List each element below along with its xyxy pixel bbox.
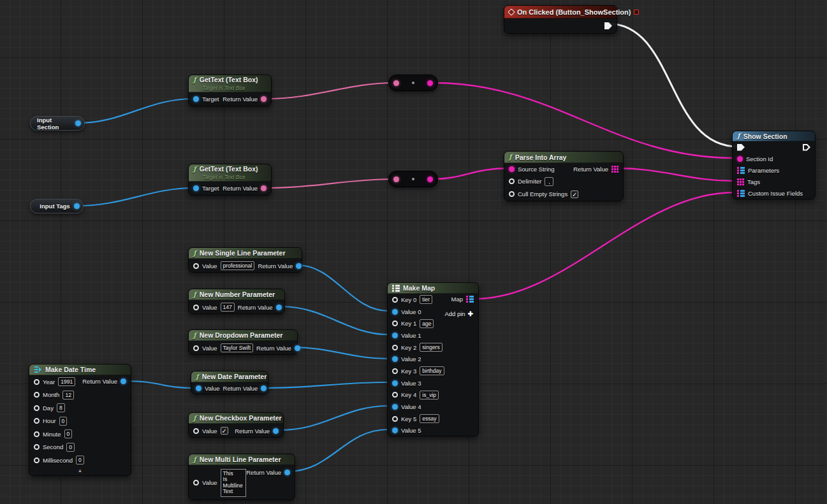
- month-pin[interactable]: [34, 392, 40, 398]
- return-value-pin[interactable]: [261, 385, 267, 391]
- node-show-section[interactable]: ƒ Show Section Section Id Parameters Tag…: [732, 131, 816, 199]
- node-gettext-tags[interactable]: ƒ GetText (Text Box) Target is Text Box …: [188, 164, 272, 196]
- custom-issue-fields-map-pin[interactable]: [737, 190, 745, 197]
- map-out-pin[interactable]: [466, 296, 474, 303]
- add-pin-label: Add pin: [444, 310, 465, 317]
- node-new-single-line-parameter[interactable]: ƒ New Single Line Parameter Valueprofess…: [188, 247, 302, 273]
- key-0-pin[interactable]: [392, 297, 398, 303]
- millisecond-pin[interactable]: [34, 457, 40, 463]
- collapse-node-arrow[interactable]: ▲: [29, 468, 131, 474]
- conversion-node-text-to-string-bottom[interactable]: [388, 171, 438, 187]
- minute-pin[interactable]: [34, 431, 40, 437]
- node-input-tags-variable[interactable]: Input Tags: [30, 199, 84, 213]
- key-2-pin[interactable]: [392, 345, 398, 350]
- conversion-in-pin[interactable]: [393, 80, 399, 86]
- node-new-number-parameter[interactable]: ƒ New Number Parameter Value147 Return V…: [188, 289, 285, 314]
- key-5-pin[interactable]: [392, 416, 398, 422]
- key-4-pin[interactable]: [392, 392, 398, 398]
- node-gettext-section[interactable]: ƒ GetText (Text Box) Target is Text Box …: [188, 75, 272, 106]
- value-field[interactable]: professional: [221, 261, 255, 270]
- minute-field[interactable]: 0: [64, 429, 73, 438]
- node-new-dropdown-parameter[interactable]: ƒ New Dropdown Parameter ValueTaylor Swi…: [188, 329, 298, 355]
- cull-empty-strings-pin[interactable]: [509, 191, 515, 197]
- value-field[interactable]: Taylor Swift: [221, 343, 253, 352]
- value-pin[interactable]: [193, 345, 199, 351]
- variable-out-pin[interactable]: [74, 203, 80, 209]
- month-field[interactable]: 12: [62, 391, 73, 400]
- return-value-pin[interactable]: [121, 378, 126, 384]
- value-5-pin[interactable]: [392, 428, 398, 433]
- second-field[interactable]: 0: [66, 443, 75, 452]
- tags-array-pin[interactable]: [737, 178, 744, 185]
- return-value-pin[interactable]: [261, 185, 267, 191]
- exec-out-pin[interactable]: [803, 144, 810, 151]
- value-3-pin[interactable]: [392, 380, 398, 386]
- conversion-in-pin[interactable]: [393, 176, 399, 182]
- year-pin[interactable]: [34, 379, 40, 385]
- value-pin[interactable]: [193, 428, 199, 434]
- year-field[interactable]: 1991: [58, 377, 75, 386]
- key-0-field[interactable]: tier: [420, 295, 432, 304]
- day-pin[interactable]: [34, 405, 40, 411]
- node-on-clicked-event[interactable]: On Clicked (Button_ShowSection): [504, 5, 617, 34]
- day-field[interactable]: 8: [57, 403, 65, 412]
- key-3-field[interactable]: birthday: [420, 366, 444, 375]
- key-1-pin[interactable]: [392, 320, 398, 326]
- key-4-field[interactable]: is_vip: [420, 391, 439, 400]
- exec-in-pin[interactable]: [737, 144, 745, 151]
- return-value-pin[interactable]: [261, 96, 267, 102]
- node-parse-into-array[interactable]: ƒ Parse Into Array Source String Return …: [504, 151, 624, 201]
- key-3-pin[interactable]: [392, 368, 398, 374]
- value-2-pin[interactable]: [392, 356, 398, 362]
- node-make-map[interactable]: Make Map Key 0tier Value 0 Key 1age Valu…: [387, 282, 479, 436]
- parameters-map-pin[interactable]: [737, 167, 745, 174]
- node-new-checkbox-parameter[interactable]: ƒ New Checkbox Parameter Value✓ Return V…: [188, 412, 284, 438]
- return-value-pin[interactable]: [284, 470, 290, 475]
- value-multiline-field[interactable]: This Is Multiline Text: [221, 469, 246, 497]
- pin-label: Value: [202, 428, 217, 435]
- object-wire-value4: [280, 406, 388, 430]
- return-value-pin[interactable]: [296, 263, 302, 269]
- value-pin[interactable]: [193, 263, 199, 269]
- conversion-out-pin[interactable]: [427, 176, 433, 182]
- hour-field[interactable]: 0: [59, 417, 68, 426]
- return-value-pin[interactable]: [276, 305, 282, 310]
- value-pin[interactable]: [196, 385, 201, 391]
- key-1-field[interactable]: age: [420, 319, 434, 328]
- second-pin[interactable]: [34, 444, 40, 450]
- target-pin[interactable]: [193, 185, 199, 191]
- value-4-pin[interactable]: [392, 404, 398, 410]
- key-5-field[interactable]: essay: [420, 414, 439, 423]
- value-pin[interactable]: [193, 305, 199, 310]
- target-pin[interactable]: [193, 96, 199, 102]
- exec-out-pin[interactable]: [604, 22, 612, 29]
- value-0-pin[interactable]: [392, 309, 398, 315]
- delimiter-field[interactable]: ,: [545, 177, 553, 186]
- return-value-pin[interactable]: [295, 345, 300, 351]
- pin-label: Parameters: [748, 167, 779, 174]
- array-pin[interactable]: [611, 166, 618, 173]
- conversion-node-text-to-string-top[interactable]: [388, 75, 438, 91]
- conversion-out-pin[interactable]: [427, 80, 433, 86]
- section-id-pin[interactable]: [737, 156, 743, 162]
- node-input-section-variable[interactable]: Input Section: [30, 116, 85, 131]
- variable-out-pin[interactable]: [75, 120, 81, 126]
- value-pin[interactable]: [193, 480, 199, 486]
- millisecond-field[interactable]: 0: [76, 456, 84, 464]
- node-make-date-time[interactable]: Make Date Time Year1991 Month12 Day8 Hou…: [29, 364, 131, 476]
- value-field[interactable]: 147: [221, 303, 235, 312]
- delegate-pin[interactable]: [634, 10, 639, 15]
- node-new-multi-line-parameter[interactable]: ƒ New Multi Line Parameter Value This Is…: [188, 454, 295, 500]
- add-pin-button[interactable]: Add pin ✚: [444, 310, 473, 317]
- cull-empty-strings-checkbox[interactable]: ✓: [571, 191, 578, 198]
- source-string-pin[interactable]: [509, 166, 515, 172]
- key-2-field[interactable]: singers: [420, 343, 442, 352]
- value-1-pin[interactable]: [392, 333, 398, 338]
- delimiter-pin[interactable]: [509, 178, 515, 184]
- pin-label: Key 0: [401, 296, 416, 303]
- return-value-pin[interactable]: [273, 428, 279, 434]
- value-checkbox[interactable]: ✓: [221, 427, 228, 435]
- hour-pin[interactable]: [34, 418, 40, 424]
- blueprint-graph-canvas[interactable]: On Clicked (Button_ShowSection) ƒ GetTex…: [0, 0, 827, 504]
- node-new-date-parameter[interactable]: ƒ New Date Parameter Value Return Value: [191, 371, 268, 394]
